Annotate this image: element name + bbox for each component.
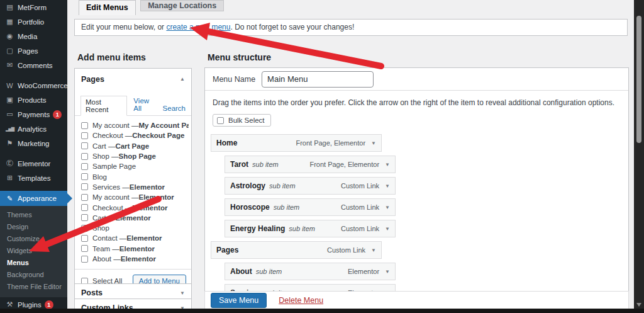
page-item-label: Sample Page <box>92 162 136 170</box>
sidebar-item-woocommerce[interactable]: W WooCommerce <box>0 78 67 93</box>
expand-arrow-icon[interactable]: ▼ <box>180 290 185 296</box>
menu-item-about[interactable]: About sub item Elementor ▼ <box>225 263 396 280</box>
page-item-label: Shop — <box>92 152 119 160</box>
chevron-down-icon[interactable]: ▼ <box>385 183 390 189</box>
checkbox[interactable] <box>81 173 88 180</box>
checkbox[interactable] <box>81 225 88 232</box>
list-item: Checkout — Checkout Page <box>81 130 189 140</box>
sidebar-item-label: Comments <box>18 62 53 69</box>
bulk-select-control[interactable]: Bulk Select <box>213 114 271 127</box>
menu-item-home[interactable]: Home Front Page, Elementor ▼ <box>211 134 382 152</box>
chevron-down-icon[interactable]: ▼ <box>385 269 390 275</box>
admin-sidebar: ▤ MetForm ▦ Portfolio ◉ Media ▢ Pages ✉ … <box>0 0 67 313</box>
bulk-select-label: Bulk Select <box>228 117 265 124</box>
submenu-item-customize[interactable]: Customize <box>0 233 67 245</box>
menu-name-input[interactable] <box>262 71 374 88</box>
checkbox[interactable] <box>81 142 88 149</box>
menu-item-title: Horoscope <box>230 203 270 212</box>
submenu-item-themes[interactable]: Themes <box>0 209 67 221</box>
pages-accordion-header[interactable]: Pages ▲ <box>75 69 191 89</box>
bulk-select-checkbox[interactable] <box>217 117 224 124</box>
chevron-down-icon[interactable]: ▼ <box>385 162 390 168</box>
checkbox[interactable] <box>81 194 88 201</box>
checkbox[interactable] <box>81 122 88 129</box>
chevron-down-icon[interactable]: ▼ <box>371 248 376 253</box>
chevron-down-icon[interactable]: ▼ <box>371 140 376 146</box>
checkbox[interactable] <box>81 163 88 170</box>
sidebar-item-analytics[interactable]: ▂▅▇ Analytics <box>0 122 67 136</box>
menu-item-type: Elementor <box>348 268 379 275</box>
sidebar-item-media[interactable]: ◉ Media <box>0 29 67 43</box>
page-item-label: My account — <box>92 122 139 129</box>
submenu-item-theme-file-editor[interactable]: Theme File Editor <box>0 281 67 293</box>
sub-item-tag: sub item <box>289 225 315 232</box>
tab-most-recent[interactable]: Most Recent <box>80 96 127 116</box>
menu-item-horoscope[interactable]: Horoscope sub item Custom Link ▼ <box>225 198 396 216</box>
checkbox[interactable] <box>81 245 88 252</box>
menu-item-energy-healing[interactable]: Energy Healing sub item Custom Link ▼ <box>225 220 396 237</box>
sidebar-item-products[interactable]: ▣ Products <box>0 93 67 107</box>
chevron-down-icon[interactable]: ▼ <box>385 226 390 232</box>
sidebar-item-pages[interactable]: ▢ Pages <box>0 43 67 58</box>
sidebar-item-portfolio[interactable]: ▦ Portfolio <box>0 14 67 29</box>
save-menu-button[interactable]: Save Menu <box>211 293 267 308</box>
page-item-bold: Checkout Page <box>132 132 184 139</box>
menu-items-list: Home Front Page, Elementor ▼ Tarot sub i… <box>205 134 628 302</box>
checkbox[interactable] <box>81 235 88 242</box>
menu-item-astrology[interactable]: Astrology sub item Custom Link ▼ <box>225 177 396 195</box>
submenu-item-menus[interactable]: Menus <box>0 257 67 269</box>
window-bottom-edge <box>0 309 644 313</box>
sidebar-item-comments[interactable]: ✉ Comments <box>0 58 67 72</box>
page-item-label: Services — <box>92 183 130 191</box>
sidebar-item-metform[interactable]: ▤ MetForm <box>0 0 67 14</box>
custom-links-accordion-header[interactable]: Custom Links ▼ <box>75 299 191 309</box>
delete-menu-link[interactable]: Delete Menu <box>279 296 323 305</box>
tab-search[interactable]: Search <box>163 103 186 115</box>
page-item-label: Contact — <box>92 234 126 242</box>
tab-view-all[interactable]: View All <box>133 95 156 115</box>
comments-icon: ✉ <box>5 61 14 69</box>
vertical-scrollbar-track[interactable] <box>634 0 644 313</box>
submenu-item-widgets[interactable]: Widgets <box>0 245 67 257</box>
tab-edit-menus[interactable]: Edit Menus <box>79 0 136 15</box>
chevron-down-icon[interactable]: ▼ <box>385 205 390 210</box>
payments-count-badge: 1 <box>53 110 62 119</box>
sidebar-item-templates[interactable]: ⊞ Templates <box>0 171 67 185</box>
list-item: About — Elementor <box>81 254 189 264</box>
submenu-item-design[interactable]: Design <box>0 221 67 233</box>
checkbox[interactable] <box>81 153 88 160</box>
page-item-bold: Elementor <box>139 193 174 201</box>
sidebar-item-elementor[interactable]: Ⓔ Elementor <box>0 156 67 171</box>
menu-item-pages[interactable]: Pages Custom Link ▼ <box>211 241 382 259</box>
checkbox[interactable] <box>81 204 88 211</box>
sidebar-item-label: Analytics <box>18 125 47 133</box>
analytics-icon: ▂▅▇ <box>5 127 14 132</box>
page-item-label: Blog <box>92 173 107 181</box>
collapse-arrow-icon[interactable]: ▲ <box>180 76 185 82</box>
create-new-menu-link[interactable]: create a new menu <box>166 23 230 31</box>
page-item-label: Shop <box>92 224 109 232</box>
sidebar-separator <box>0 72 67 78</box>
menu-item-tarot[interactable]: Tarot sub item Front Page, Elementor ▼ <box>225 156 396 173</box>
page-item-label: Team — <box>92 245 119 253</box>
sub-item-tag: sub item <box>256 268 282 275</box>
page-item-bold: Shop Page <box>119 152 156 160</box>
tab-manage-locations[interactable]: Manage Locations <box>140 0 224 11</box>
custom-links-accordion-panel: Custom Links ▼ <box>74 299 192 309</box>
page-item-label: Checkout — <box>92 132 132 139</box>
submenu-item-background[interactable]: Background <box>0 269 67 281</box>
checkbox[interactable] <box>81 132 88 139</box>
menu-item-title: Pages <box>216 246 238 254</box>
checkbox[interactable] <box>81 183 88 190</box>
sidebar-item-marketing[interactable]: ⚑ Marketing <box>0 136 67 151</box>
vertical-scrollbar-thumb[interactable] <box>636 16 641 143</box>
scrollbar-down-arrow-icon[interactable] <box>636 303 641 307</box>
sidebar-item-appearance[interactable]: ✎ Appearance <box>0 191 67 206</box>
sub-item-tag: sub item <box>252 161 279 168</box>
menu-item-type: Custom Link <box>341 203 379 211</box>
checkbox[interactable] <box>81 256 88 263</box>
page-item-bold: Elementor <box>132 204 167 212</box>
checkbox[interactable] <box>81 214 88 221</box>
sidebar-item-payments[interactable]: ▭ Payments 1 <box>0 107 67 122</box>
menu-item-type: Custom Link <box>341 225 379 232</box>
